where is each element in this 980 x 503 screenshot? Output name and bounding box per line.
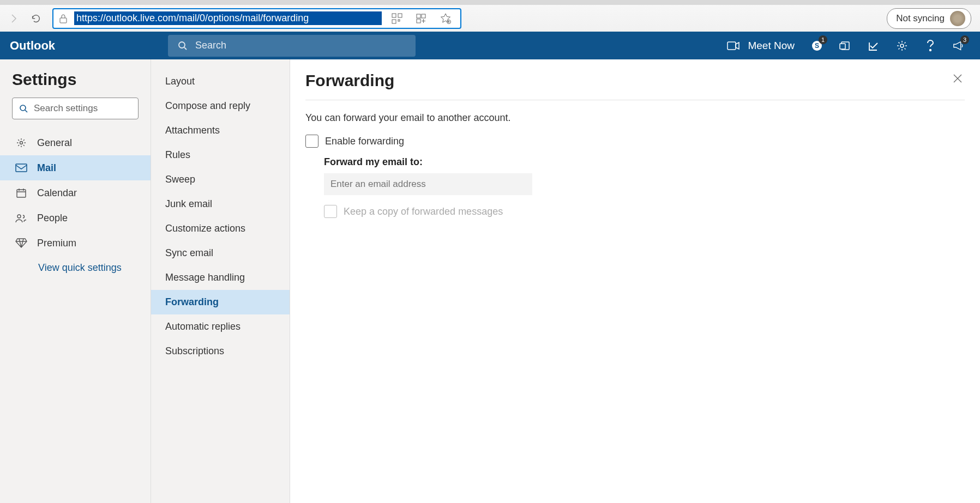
people-icon xyxy=(15,212,27,224)
detail-header: Forwarding xyxy=(305,71,965,100)
calendar-icon xyxy=(15,187,27,199)
category-calendar[interactable]: Calendar xyxy=(0,180,151,205)
settings-sidebar: Settings Search settings General Mail Ca… xyxy=(0,59,151,503)
close-icon[interactable] xyxy=(951,71,965,86)
forward-email-input[interactable] xyxy=(324,173,532,195)
enable-forwarding-row: Enable forwarding xyxy=(305,135,965,148)
search-input[interactable]: Search xyxy=(168,35,416,57)
forward-icon[interactable] xyxy=(9,13,20,24)
app-logo[interactable]: Outlook xyxy=(0,39,168,53)
settings-search-placeholder: Search settings xyxy=(34,103,98,114)
mail-icon xyxy=(15,162,27,174)
enable-forwarding-label: Enable forwarding xyxy=(325,136,404,147)
todo-icon[interactable] xyxy=(868,40,880,52)
category-label: People xyxy=(37,213,68,224)
header-actions: Meet Now S 1 3 xyxy=(727,40,980,52)
favorite-icon[interactable] xyxy=(436,13,455,25)
help-icon[interactable] xyxy=(924,40,936,52)
meet-now-label: Meet Now xyxy=(748,40,795,52)
detail-description: You can forward your email to another ac… xyxy=(305,112,965,124)
subnav-layout[interactable]: Layout xyxy=(151,69,290,94)
svg-point-18 xyxy=(20,142,23,144)
subnav-junk[interactable]: Junk email xyxy=(151,192,290,216)
keep-copy-checkbox[interactable] xyxy=(324,205,337,218)
view-quick-settings-link[interactable]: View quick settings xyxy=(0,256,151,280)
settings-content: Settings Search settings General Mail Ca… xyxy=(0,59,980,503)
enable-forwarding-checkbox[interactable] xyxy=(305,135,318,148)
subnav-sweep[interactable]: Sweep xyxy=(151,167,290,192)
address-bar[interactable]: https://outlook.live.com/mail/0/options/… xyxy=(52,8,461,29)
svg-rect-2 xyxy=(398,14,402,17)
keep-copy-row: Keep a copy of forwarded messages xyxy=(305,205,965,218)
keep-copy-label: Keep a copy of forwarded messages xyxy=(344,206,503,217)
svg-point-17 xyxy=(20,105,26,111)
diamond-icon xyxy=(15,237,27,249)
svg-rect-4 xyxy=(398,20,400,21)
category-premium[interactable]: Premium xyxy=(0,231,151,256)
category-general[interactable]: General xyxy=(0,130,151,155)
gear-icon[interactable] xyxy=(896,40,908,52)
megaphone-icon[interactable]: 3 xyxy=(953,40,965,52)
svg-point-16 xyxy=(930,49,931,50)
svg-rect-10 xyxy=(728,42,736,50)
teams-icon[interactable] xyxy=(839,40,851,52)
category-label: General xyxy=(37,137,72,149)
settings-title: Settings xyxy=(0,70,151,98)
svg-point-21 xyxy=(17,215,21,218)
svg-rect-1 xyxy=(392,14,396,17)
subnav-customize[interactable]: Customize actions xyxy=(151,216,290,241)
category-mail[interactable]: Mail xyxy=(0,155,151,180)
category-label: Calendar xyxy=(37,187,77,199)
svg-rect-20 xyxy=(17,190,26,197)
forward-to-group: Forward my email to: xyxy=(305,156,965,195)
svg-rect-5 xyxy=(417,14,420,18)
search-placeholder: Search xyxy=(195,40,226,51)
svg-rect-6 xyxy=(422,14,425,18)
svg-rect-19 xyxy=(16,164,27,172)
app-header: Outlook Search Meet Now S 1 3 xyxy=(0,32,980,59)
profile-avatar xyxy=(950,11,965,26)
subnav-compose[interactable]: Compose and reply xyxy=(151,94,290,118)
mail-subnav: Layout Compose and reply Attachments Rul… xyxy=(151,59,290,503)
svg-rect-0 xyxy=(60,18,67,23)
gear-icon xyxy=(15,137,27,149)
lock-icon xyxy=(59,14,68,23)
subnav-rules[interactable]: Rules xyxy=(151,143,290,167)
svg-point-15 xyxy=(900,44,904,47)
refresh-icon[interactable] xyxy=(31,13,41,24)
detail-pane: Forwarding You can forward your email to… xyxy=(290,59,980,503)
detail-title: Forwarding xyxy=(305,71,394,90)
browser-toolbar: https://outlook.live.com/mail/0/options/… xyxy=(0,0,980,32)
collections-icon[interactable] xyxy=(412,13,430,24)
meet-now-button[interactable]: Meet Now xyxy=(727,40,795,52)
announce-badge: 3 xyxy=(960,35,969,44)
svg-rect-3 xyxy=(392,20,396,23)
subnav-message-handling[interactable]: Message handling xyxy=(151,265,290,290)
forward-to-label: Forward my email to: xyxy=(324,156,965,168)
settings-search-input[interactable]: Search settings xyxy=(12,98,139,119)
skype-badge: 1 xyxy=(819,35,827,44)
subnav-sync[interactable]: Sync email xyxy=(151,241,290,265)
category-label: Mail xyxy=(37,162,56,174)
svg-rect-7 xyxy=(417,19,420,23)
category-people[interactable]: People xyxy=(0,205,151,231)
subnav-forwarding[interactable]: Forwarding xyxy=(151,290,290,314)
svg-text:S: S xyxy=(815,42,819,50)
svg-rect-14 xyxy=(840,44,845,49)
subnav-subscriptions[interactable]: Subscriptions xyxy=(151,339,290,363)
sync-label: Not syncing xyxy=(896,13,945,24)
subnav-auto-replies[interactable]: Automatic replies xyxy=(151,314,290,339)
svg-point-9 xyxy=(179,42,185,48)
url-text[interactable]: https://outlook.live.com/mail/0/options/… xyxy=(74,11,382,25)
sync-button[interactable]: Not syncing xyxy=(887,8,971,29)
skype-icon[interactable]: S 1 xyxy=(811,40,823,52)
category-label: Premium xyxy=(37,238,76,249)
qr-icon[interactable] xyxy=(388,13,406,24)
subnav-attachments[interactable]: Attachments xyxy=(151,118,290,143)
